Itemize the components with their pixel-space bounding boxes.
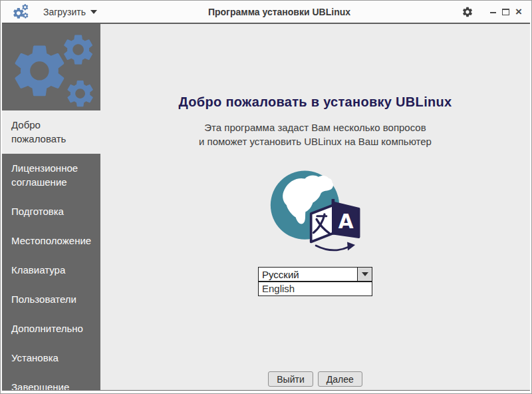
gears-logo-icon	[2, 24, 100, 110]
svg-text:A: A	[338, 210, 354, 233]
page-title: Добро пожаловать в установку UBLinux	[179, 95, 452, 110]
minimize-icon[interactable]	[490, 12, 496, 13]
subtitle-line-1: Эта программа задаст Вам несколько вопро…	[199, 120, 432, 134]
sidebar-item-finish[interactable]: Завершение	[2, 373, 100, 390]
main-content: Добро пожаловать в установку UBLinux Эта…	[100, 24, 530, 390]
load-menu-label: Загрузить	[43, 7, 86, 17]
next-button[interactable]: Далее	[318, 371, 362, 387]
sidebar-item-advanced[interactable]: Дополнительно	[2, 314, 100, 343]
window-title: Программа установки UBLinux	[97, 7, 462, 17]
sidebar-item-users[interactable]: Пользователи	[2, 285, 100, 314]
globe-translate-icon: A	[269, 167, 361, 254]
chevron-down-icon	[90, 10, 97, 14]
sidebar-item-preparation[interactable]: Подготовка	[2, 197, 100, 226]
language-select[interactable]: Русский	[258, 267, 372, 282]
chevron-down-icon	[362, 272, 368, 276]
installer-window: Загрузить Программа установки UBLinux × …	[0, 0, 532, 394]
app-body: Добро пожаловать Лицензионное соглашение…	[2, 24, 530, 391]
language-option-english[interactable]: English	[259, 282, 372, 296]
load-menu-button[interactable]: Загрузить	[43, 7, 97, 17]
window-controls: ×	[462, 6, 522, 18]
language-dropdown-list: English	[258, 282, 372, 296]
app-gears-icon	[11, 3, 30, 21]
sidebar: Добро пожаловать Лицензионное соглашение…	[2, 24, 100, 390]
subtitle-line-2: и поможет установить UBLinux на Ваш комп…	[199, 134, 432, 148]
sidebar-item-welcome[interactable]: Добро пожаловать	[2, 110, 100, 154]
sidebar-item-installation[interactable]: Установка	[2, 343, 100, 373]
footer-buttons: Выйти Далее	[268, 371, 362, 390]
sidebar-item-keyboard[interactable]: Клавиатура	[2, 256, 100, 285]
gear-icon[interactable]	[462, 6, 473, 18]
language-combobox-wrap: Русский English	[258, 267, 372, 282]
sidebar-item-license[interactable]: Лицензионное соглашение	[2, 154, 100, 197]
maximize-icon[interactable]	[502, 9, 509, 15]
sidebar-item-location[interactable]: Местоположение	[2, 226, 100, 256]
language-dropdown-button[interactable]	[357, 268, 372, 281]
page-subtitle: Эта программа задаст Вам несколько вопро…	[199, 120, 432, 148]
language-selected-value: Русский	[259, 268, 357, 281]
exit-button[interactable]: Выйти	[268, 371, 313, 387]
close-icon[interactable]: ×	[515, 7, 522, 17]
titlebar: Загрузить Программа установки UBLinux ×	[2, 1, 530, 23]
